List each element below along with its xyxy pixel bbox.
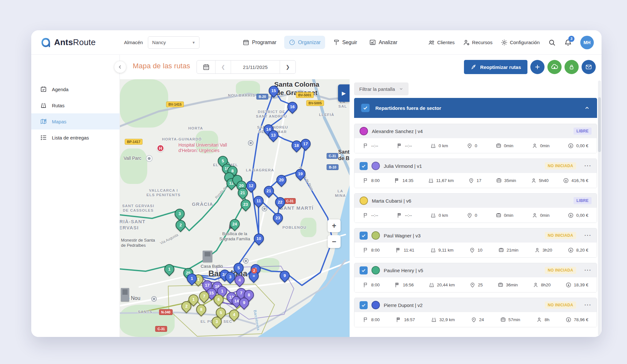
panel-scrollbar[interactable] [598,81,601,336]
stat-start-time: 8:00 [363,282,380,288]
warehouse-select[interactable]: Nancy ▼ [148,36,199,49]
lock-button[interactable] [564,60,579,74]
stat-end-time: 14:35 [394,177,413,184]
stat-end-time: --:-- [397,212,412,218]
group-header-repartidores[interactable]: Repartidores fuera de sector [354,98,597,118]
previous-day-button[interactable]: ❮ [216,61,231,73]
rocket-icon [470,64,477,70]
stat-drive-time: 21min [498,247,518,253]
driver-menu-button[interactable]: ··· [584,267,592,273]
driver-checkbox[interactable] [360,162,368,170]
stat-duration: 0min [532,212,549,218]
current-date[interactable]: 21/11/2025 [231,61,280,73]
driver-checkbox[interactable] [360,232,368,240]
check-icon [361,303,366,308]
chart-icon [369,39,376,46]
driver-menu-button[interactable]: ··· [584,302,592,308]
add-button[interactable] [530,60,545,74]
vehicle-icon [500,317,506,323]
next-day-button[interactable]: ❯ [280,61,295,73]
plus-icon [534,63,541,71]
stat-distance: 0 km [430,212,448,218]
nav-item-analizar[interactable]: Analizar [365,36,402,49]
driver-color-dot [371,162,380,170]
cost-icon [565,282,572,288]
nav-item-clientes[interactable]: Clientes [428,39,455,46]
sidebar-item-lista-de-entregas[interactable]: Lista de entregas [31,129,120,146]
avatar[interactable]: MH [580,36,594,49]
notifications-button[interactable]: 3 [564,39,572,46]
driver-stats-row: --:-- --:-- 0 km 0 0min 0min 0,00 € [354,208,597,223]
road-icon [429,282,435,288]
sidebar: Agenda Rutas Mapas Lista de entregas [31,55,120,337]
cost-icon [568,247,574,253]
stat-cost: 8,20 € [568,247,588,253]
driver-card: Alexandre Sanchez | v4 LIBRE --:-- --:--… [354,124,597,153]
driver-checkbox[interactable] [360,301,368,309]
collapse-sidebar-button[interactable] [114,61,126,73]
stat-start-time: --:-- [363,212,378,218]
nav-item-organizar[interactable]: Organizar [284,36,325,49]
search-button[interactable] [548,39,556,46]
person-icon [531,177,537,184]
date-control: ❮ 21/11/2025 ❯ [197,60,296,74]
road-icon [430,247,436,253]
driver-status-badge: NO INICIADA [545,302,576,309]
driver-cards-list: Alexandre Sanchez | v4 LIBRE --:-- --:--… [354,124,597,327]
warehouse-value: Nancy [152,40,166,45]
person-icon [532,212,538,218]
driver-checkbox[interactable] [360,266,368,274]
calendar-icon [203,63,210,71]
stat-distance: 9,11 km [430,247,454,253]
stat-stops: 0 [467,143,477,149]
calendar-picker-button[interactable] [197,61,216,73]
sidebar-item-agenda[interactable]: Agenda [31,81,120,97]
driver-card-header[interactable]: Pierre Dupont | v2 NO INICIADA ··· [354,298,597,312]
mail-button[interactable] [582,60,596,74]
stat-duration: 5h40 [531,177,549,184]
map-toolbar: Mapa de las rutas ❮ 21/11/2025 ❯ Reoptim… [120,55,602,79]
stat-start-time: --:-- [363,143,378,149]
driver-name: Alexandre Sanchez | v4 [372,129,423,134]
stat-duration: 3h20 [534,247,552,253]
group-checkbox[interactable] [361,104,370,112]
driver-name: Marta Cubarsi | v6 [372,198,411,204]
finish-flag-icon [394,282,400,288]
nav-item-programar[interactable]: Programar [238,36,281,49]
export-button[interactable] [547,60,562,74]
stat-start-time: 8:00 [363,247,380,253]
map-icon [40,118,47,125]
zoom-in-button[interactable]: + [328,219,341,232]
building-photo [121,288,129,302]
nav-item-recursos[interactable]: Recursos [463,39,492,46]
stat-end-time: --:-- [397,143,412,149]
filter-dropdown[interactable]: Filtrar la pantalla [354,82,409,95]
zoom-out-button[interactable]: − [328,235,341,248]
driver-menu-button[interactable]: ··· [584,233,592,238]
driver-menu-button[interactable]: ··· [584,163,592,169]
check-icon [363,105,368,110]
clients-icon [428,39,435,46]
road-icon [430,143,436,149]
routes-map[interactable]: NOU BARRISDISTRICT DE SANT ANDREUSANT AN… [120,79,350,337]
sidebar-item-mapas[interactable]: Mapas [31,113,120,129]
driver-card-header[interactable]: Pauline Henry | v5 NO INICIADA ··· [354,263,597,277]
sidebar-item-rutas[interactable]: Rutas [31,97,120,113]
reoptimize-routes-button[interactable]: Reoptimizar rutas [464,60,527,74]
chevron-up-icon[interactable] [584,105,590,111]
start-flag-icon [363,247,369,253]
map-pin-icon [469,247,475,253]
train-station-icon [262,206,267,211]
driver-stats-row: 8:00 16:57 32,9 km 24 57min 8h 78,96 € [354,312,597,327]
finish-flag-icon [395,247,401,253]
driver-card-header[interactable]: Julia Virmond | v1 NO INICIADA ··· [354,159,597,173]
driver-card-header[interactable]: Paul Wagner | v3 NO INICIADA ··· [354,228,597,243]
expand-panel-button[interactable]: ▶ [338,84,350,102]
nav-item-seguir[interactable]: Seguir [328,36,362,49]
nav-item-configuracion[interactable]: Configuración [501,39,540,46]
driver-card-header[interactable]: Marta Cubarsi | v6 LIBRE [354,194,597,208]
driver-card-header[interactable]: Alexandre Sanchez | v4 LIBRE [354,124,597,138]
stat-distance: 0 km [430,143,448,149]
road-icon [431,317,437,323]
antsroute-logo[interactable]: AntsRoute [40,37,96,48]
